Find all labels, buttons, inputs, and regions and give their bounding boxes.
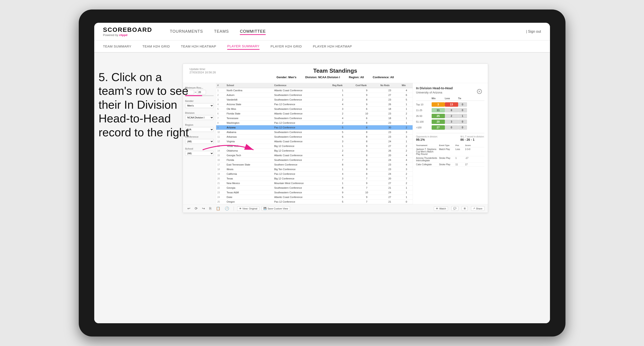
redo-button[interactable]: ⟳ <box>194 206 199 211</box>
table-row[interactable]: 24 Duke Atlantic Coast Conference 5 9 27… <box>216 195 412 199</box>
table-row[interactable]: 22 Georgia Southeastern Conference 8 7 2… <box>216 185 412 190</box>
table-row[interactable]: 7 Tennessee Southeastern Conference 4 6 … <box>216 116 412 121</box>
top-nav: SCOREBOARD Powered by clippd TOURNAMENTS… <box>94 23 550 40</box>
logo-brand: clippd <box>119 33 128 37</box>
logo-text: SCOREBOARD <box>103 26 152 33</box>
watch-button[interactable]: 👁 Watch <box>434 206 448 211</box>
h2h-close-button[interactable]: ✕ <box>477 89 482 94</box>
col-conference: Conference <box>273 83 331 88</box>
school-filter-left: School (All) <box>185 147 214 156</box>
table-row[interactable]: 20 Texas Big 12 Conference 3 7 20 7 <box>216 176 412 181</box>
conference-select[interactable]: (All) <box>185 139 214 144</box>
sub-nav-team-summary[interactable]: TEAM SUMMARY <box>103 43 132 49</box>
paste-button[interactable]: 📋 <box>215 206 222 211</box>
h2h-row-51-100[interactable]: 51-100 20 3 0 <box>416 119 484 125</box>
table-row[interactable]: 5 Ole Miss Southeastern Conference 3 6 1… <box>216 107 412 111</box>
h2h-opponents-row: Opponents in division: 99.1% W-L-T recor… <box>416 136 484 141</box>
table-row[interactable]: 11 Arkansas Southeastern Conference 6 8 … <box>216 135 412 139</box>
gender-filter: Gender: Men's <box>276 76 296 79</box>
toolbar-divider-1 <box>234 207 234 210</box>
col-conf-rank: Conf Rank <box>354 83 379 88</box>
table-row[interactable]: 8 Washington Pac-12 Conference 2 8 23 1 <box>216 121 412 125</box>
watch-icon: 👁 <box>436 207 438 210</box>
share-icon: ↗ <box>473 207 475 210</box>
filter-row: Gender: Men's Division: NCAA Division I … <box>216 74 455 81</box>
tournament-row-1[interactable]: Jackson T. Stephens Cup Men's Match-Play… <box>416 147 484 156</box>
h2h-row-11-25[interactable]: 11-25 11 8 0 <box>416 107 484 113</box>
table-row[interactable]: 1 North Carolina Atlantic Coast Conferen… <box>216 88 412 93</box>
h2h-header-row: In Division Head-to-Head University of A… <box>416 86 484 96</box>
save-icon: 💾 <box>264 207 266 210</box>
h2h-tournaments: Tournament Event Type Pos Score Jackson … <box>416 144 484 167</box>
tournament-row-3[interactable]: Cabo Collegiate Stroke Play 11 17 <box>416 163 484 167</box>
h2h-panel: In Division Head-to-Head University of A… <box>412 83 488 204</box>
toolbar: ↩ ⟳ ↪ ⎘ 📋 🕐 👁 View: Original 💾 Save Cust… <box>183 204 488 212</box>
save-custom-button[interactable]: 💾 Save Custom View <box>262 206 290 211</box>
sub-nav-team-h2h-grid[interactable]: TEAM H2H GRID <box>142 43 170 49</box>
table-row[interactable]: 21 New Mexico Mountain West Conference 1… <box>216 181 412 185</box>
nav-committee[interactable]: COMMITTEE <box>240 28 266 35</box>
h2h-cols: Win Loss Tie <box>416 96 484 101</box>
table-row[interactable]: 23 Texas A&M Southeastern Conference 9 1… <box>216 190 412 195</box>
share-button[interactable]: ↗ Share <box>471 206 484 211</box>
view-original-button[interactable]: 👁 View: Original <box>237 206 260 211</box>
tablet-screen: SCOREBOARD Powered by clippd TOURNAMENTS… <box>94 23 550 323</box>
sub-nav-team-h2h-heatmap[interactable]: TEAM H2H HEATMAP <box>181 43 216 49</box>
division-filter: Division: NCAA Division I <box>305 76 340 79</box>
h2h-row-100plus[interactable]: >100 27 0 0 <box>416 125 484 130</box>
max-rou-input[interactable] <box>197 90 206 94</box>
logo-sub: Powered by clippd <box>103 33 152 37</box>
table-area: # School Conference Reg Rank Conf Rank N… <box>216 83 412 204</box>
table-row[interactable]: 19 California Pac-12 Conference 4 8 24 2 <box>216 172 412 176</box>
school-select[interactable]: (All) <box>185 151 214 156</box>
clock-button[interactable]: 🕐 <box>224 206 230 211</box>
standings-table: # School Conference Reg Rank Conf Rank N… <box>216 83 412 204</box>
conference-filter: Conference: All <box>373 76 394 79</box>
comment-button[interactable]: 💬 <box>451 206 458 211</box>
forward-button[interactable]: ↪ <box>201 206 206 211</box>
table-row[interactable]: 25 Oregon Pac-12 Conference 5 7 21 0 <box>216 199 412 204</box>
table-row[interactable]: 3 Vanderbilt Southeastern Conference 2 8… <box>216 97 412 102</box>
main-content: 5. Click on a team's row to see their In… <box>94 53 550 323</box>
h2h-title: In Division Head-to-Head <box>416 86 453 90</box>
toolbar-right: 👁 Watch 💬 ⊞ ↗ Share <box>434 206 484 211</box>
table-row[interactable]: 18 Illinois Big Ten Conference 1 9 23 3 <box>216 167 412 172</box>
table-row[interactable]: 17 East Tennessee State Southern Confere… <box>216 163 412 167</box>
panel-body: Minimum Rou... – Gender Men's <box>183 83 488 204</box>
app-panel: Update time: 27/03/2024 16:56:26 Team St… <box>183 64 488 213</box>
view-icon: 👁 <box>239 207 242 210</box>
table-row[interactable]: 12 Virginia Atlantic Coast Conference 3 … <box>216 139 412 144</box>
region-filter: Region: All <box>349 76 364 79</box>
nav-teams[interactable]: TEAMS <box>214 28 229 35</box>
table-row[interactable]: 9 Arizona Pac-12 Conference 5 8 30 2 <box>216 125 412 130</box>
h2h-team: University of Arizona <box>416 91 453 94</box>
sub-nav: TEAM SUMMARY TEAM H2H GRID TEAM H2H HEAT… <box>94 40 550 53</box>
table-row[interactable]: 4 Arizona State Pac-12 Conference 4 9 26… <box>216 102 412 107</box>
col-wins: Win <box>400 83 412 88</box>
sub-nav-player-h2h-grid[interactable]: PLAYER H2H GRID <box>270 43 302 49</box>
h2h-row-26-50[interactable]: 26-50 25 2 1 <box>416 113 484 119</box>
h2h-row-top10[interactable]: Top 10 3 13 0 <box>416 102 484 107</box>
table-row[interactable]: 16 Florida Southeastern Conference 7 9 2… <box>216 158 412 163</box>
tablet-frame: SCOREBOARD Powered by clippd TOURNAMENTS… <box>79 9 566 337</box>
nav-tournaments[interactable]: TOURNAMENTS <box>170 28 203 35</box>
table-row[interactable]: 13 Texas Tech Big 12 Conference 1 9 27 2 <box>216 144 412 149</box>
logo-area: SCOREBOARD Powered by clippd <box>103 26 152 37</box>
undo-button[interactable]: ↩ <box>186 206 191 211</box>
sub-nav-player-summary[interactable]: PLAYER SUMMARY <box>227 43 260 50</box>
tournament-row-2[interactable]: Arizona Thunderbirds Intercollegiate Str… <box>416 156 484 163</box>
grid-button[interactable]: ⊞ <box>462 206 468 211</box>
table-row[interactable]: 10 Alabama Southeastern Conference 5 8 2… <box>216 130 412 135</box>
rou-slider[interactable] <box>185 95 214 96</box>
sign-out[interactable]: | Sign out <box>526 30 541 34</box>
h2h-stats: Opponents in division: 99.1% W-L-T recor… <box>416 133 484 141</box>
table-row[interactable]: 2 Auburn Southeastern Conference 1 9 27 … <box>216 93 412 97</box>
table-row[interactable]: 6 Florida State Atlantic Coast Conferenc… <box>216 111 412 116</box>
sub-nav-player-h2h-heatmap[interactable]: PLAYER H2H HEATMAP <box>313 43 352 49</box>
table-row[interactable]: 15 Georgia Tech Atlantic Coast Conferenc… <box>216 153 412 158</box>
annotation-text: 5. Click on a team's row to see their In… <box>99 70 196 139</box>
nav-items: TOURNAMENTS TEAMS COMMITTEE <box>170 28 513 35</box>
copy-button[interactable]: ⎘ <box>208 206 212 211</box>
table-row[interactable]: 14 Oklahoma Big 12 Conference 2 9 26 2 <box>216 149 412 153</box>
panel-title: Team Standings <box>216 67 455 74</box>
